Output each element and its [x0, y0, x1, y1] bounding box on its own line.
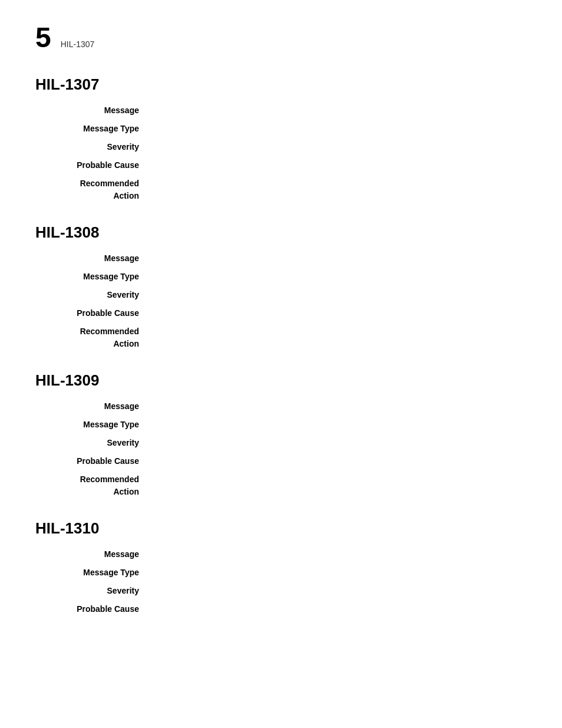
entry-hil-1307-field-row-1: Message Type: [35, 123, 527, 135]
entry-hil-1307-field-row-0: Message: [35, 104, 527, 117]
entry-hil-1307-field-label-0: Message: [35, 104, 153, 117]
entry-hil-1308-field-value-0: [153, 252, 527, 265]
entry-hil-1308-field-label-0: Message: [35, 252, 153, 265]
entry-hil-1308-field-row-3: Probable Cause: [35, 307, 527, 319]
entry-hil-1310-field-label-3: Probable Cause: [35, 603, 153, 615]
entry-hil-1309: HIL-1309MessageMessage TypeSeverityProba…: [35, 371, 527, 498]
entry-hil-1310-field-label-1: Message Type: [35, 566, 153, 579]
entry-hil-1307-field-label-3: Probable Cause: [35, 159, 153, 172]
entry-hil-1307-field-label-4: RecommendedAction: [35, 177, 153, 202]
entry-hil-1310-field-value-0: [153, 548, 527, 561]
entry-hil-1309-field-row-2: Severity: [35, 437, 527, 449]
entry-hil-1310-field-row-3: Probable Cause: [35, 603, 527, 615]
entry-hil-1307-field-row-4: RecommendedAction: [35, 177, 527, 202]
entry-hil-1310-field-row-2: Severity: [35, 585, 527, 597]
entry-hil-1307-title: HIL-1307: [35, 75, 527, 94]
entry-hil-1310-field-value-2: [153, 585, 527, 597]
entry-hil-1307-field-value-0: [153, 104, 527, 117]
page-subtitle: HIL-1307: [61, 39, 95, 49]
entry-hil-1308: HIL-1308MessageMessage TypeSeverityProba…: [35, 223, 527, 350]
entry-hil-1310-field-value-1: [153, 566, 527, 579]
entry-hil-1310-field-row-0: Message: [35, 548, 527, 561]
entry-hil-1307: HIL-1307MessageMessage TypeSeverityProba…: [35, 75, 527, 202]
entry-hil-1307-field-row-2: Severity: [35, 141, 527, 153]
entry-hil-1308-field-row-2: Severity: [35, 289, 527, 301]
entry-hil-1308-field-label-1: Message Type: [35, 271, 153, 283]
entry-hil-1308-field-label-4: RecommendedAction: [35, 325, 153, 350]
entry-hil-1310-field-row-1: Message Type: [35, 566, 527, 579]
entry-hil-1309-field-label-0: Message: [35, 400, 153, 413]
entry-hil-1308-field-value-3: [153, 307, 527, 319]
entry-hil-1309-field-value-2: [153, 437, 527, 449]
entry-hil-1309-field-row-4: RecommendedAction: [35, 473, 527, 498]
entry-hil-1308-field-value-1: [153, 271, 527, 283]
entry-hil-1310-field-value-3: [153, 603, 527, 615]
entry-hil-1309-field-value-3: [153, 455, 527, 467]
entry-hil-1307-field-label-2: Severity: [35, 141, 153, 153]
entry-hil-1309-field-row-1: Message Type: [35, 419, 527, 431]
entry-hil-1307-field-value-1: [153, 123, 527, 135]
entry-hil-1307-field-row-3: Probable Cause: [35, 159, 527, 172]
entry-hil-1308-title: HIL-1308: [35, 223, 527, 242]
entry-hil-1307-field-value-4: [153, 177, 527, 202]
entry-hil-1309-field-label-1: Message Type: [35, 419, 153, 431]
entry-hil-1307-field-value-2: [153, 141, 527, 153]
entry-hil-1310-title: HIL-1310: [35, 519, 527, 538]
page-header: 5 HIL-1307: [35, 24, 527, 52]
entries-container: HIL-1307MessageMessage TypeSeverityProba…: [35, 75, 527, 615]
entry-hil-1309-field-value-4: [153, 473, 527, 498]
entry-hil-1307-field-value-3: [153, 159, 527, 172]
entry-hil-1309-field-label-4: RecommendedAction: [35, 473, 153, 498]
entry-hil-1308-field-label-2: Severity: [35, 289, 153, 301]
entry-hil-1307-field-label-1: Message Type: [35, 123, 153, 135]
entry-hil-1310: HIL-1310MessageMessage TypeSeverityProba…: [35, 519, 527, 615]
entry-hil-1309-field-label-2: Severity: [35, 437, 153, 449]
entry-hil-1308-field-row-4: RecommendedAction: [35, 325, 527, 350]
entry-hil-1308-field-value-4: [153, 325, 527, 350]
entry-hil-1309-title: HIL-1309: [35, 371, 527, 390]
entry-hil-1308-field-row-1: Message Type: [35, 271, 527, 283]
entry-hil-1308-field-row-0: Message: [35, 252, 527, 265]
entry-hil-1310-field-label-0: Message: [35, 548, 153, 561]
page-number: 5: [35, 24, 51, 52]
entry-hil-1309-field-row-0: Message: [35, 400, 527, 413]
entry-hil-1308-field-value-2: [153, 289, 527, 301]
entry-hil-1309-field-row-3: Probable Cause: [35, 455, 527, 467]
entry-hil-1309-field-label-3: Probable Cause: [35, 455, 153, 467]
entry-hil-1310-field-label-2: Severity: [35, 585, 153, 597]
entry-hil-1308-field-label-3: Probable Cause: [35, 307, 153, 319]
entry-hil-1309-field-value-1: [153, 419, 527, 431]
entry-hil-1309-field-value-0: [153, 400, 527, 413]
